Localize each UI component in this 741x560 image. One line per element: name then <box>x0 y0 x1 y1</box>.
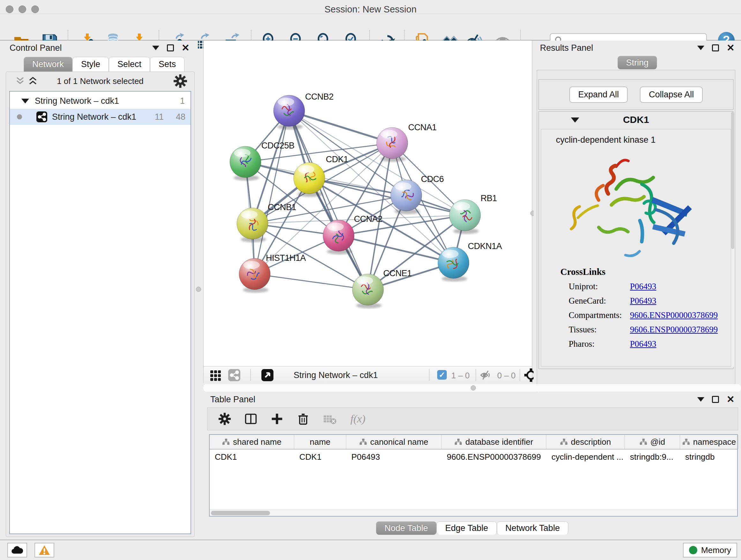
control-panel-title: Control Panel <box>10 43 62 53</box>
horizontal-splitter-handle[interactable] <box>471 385 476 390</box>
column-header-label: @id <box>650 437 665 447</box>
tab-sets[interactable]: Sets <box>150 57 185 71</box>
crosslink-link[interactable]: P06493 <box>630 296 657 306</box>
collapse-all-button[interactable]: Collapse All <box>640 86 703 103</box>
expand-all-button[interactable]: Expand All <box>569 86 628 103</box>
node-label: CDC25B <box>261 141 294 150</box>
memory-status-dot-icon <box>689 546 697 554</box>
network-collection-label: String Network – cdk1 <box>35 96 119 106</box>
panel-collapse-icon[interactable] <box>697 46 704 50</box>
network-selection-status: 1 of 1 Network selected <box>6 76 194 86</box>
network-graph[interactable]: CCNB2CCNA1CDC25BCDK1CDC6RB1CCNB1CCNA2CDK… <box>204 41 532 366</box>
network-edge[interactable] <box>339 236 454 263</box>
column-header-shared-name[interactable]: shared name <box>210 435 294 449</box>
panel-float-icon[interactable] <box>712 44 719 51</box>
main-toolbar: ? <box>0 14 741 41</box>
network-row-selected[interactable]: String Network – cdk1 11 48 <box>10 109 191 125</box>
panel-close-icon[interactable]: ✕ <box>727 396 735 403</box>
tab-string[interactable]: String <box>617 56 657 69</box>
cloud-button[interactable] <box>7 543 27 557</box>
table-panel: Table Panel ✕ <box>203 392 741 540</box>
network-node-hist1h1a[interactable]: HIST1H1A <box>239 253 306 293</box>
network-canvas-area[interactable]: CCNB2CCNA1CDC25BCDK1CDC6RB1CCNB1CCNA2CDK… <box>203 41 532 383</box>
network-options-gear-icon[interactable] <box>173 74 187 88</box>
gene-description: cyclin-dependent kinase 1 <box>556 135 656 145</box>
network-tab-body: 1 of 1 Network selected String Network –… <box>6 71 195 537</box>
warning-icon <box>38 545 51 556</box>
crosslink-label: Tissues: <box>569 325 630 334</box>
horizontal-splitter[interactable] <box>203 384 741 392</box>
network-view-mode-icon[interactable] <box>228 369 241 381</box>
column-header-description[interactable]: description <box>546 435 625 449</box>
tab-network[interactable]: Network <box>23 57 72 71</box>
tab-network-table[interactable]: Network Table <box>497 521 569 535</box>
toolbar-separator <box>475 369 476 381</box>
results-scrollbar-thumb[interactable] <box>731 112 734 249</box>
current-network-dot-icon <box>17 114 22 119</box>
crosslink-row: Uniprot:P06493 <box>541 282 731 292</box>
table-hscrollbar-track[interactable] <box>210 509 737 516</box>
vertical-splitter-handle[interactable] <box>196 287 201 292</box>
network-edge[interactable] <box>289 111 368 290</box>
column-header-name[interactable]: name <box>294 435 346 449</box>
table-options-gear-icon[interactable] <box>218 413 231 425</box>
panel-collapse-icon[interactable] <box>697 397 704 401</box>
network-edge[interactable] <box>246 162 406 195</box>
toolbar-separator <box>429 369 429 381</box>
tree-expander-icon[interactable] <box>21 99 29 104</box>
network-edge[interactable] <box>289 111 392 143</box>
toolbar-separator <box>250 369 251 381</box>
table-row[interactable]: CDK1CDK1P064939606.ENSP00000378699cyclin… <box>210 449 737 464</box>
panel-float-icon[interactable] <box>712 396 719 403</box>
crosslink-label: GeneCard: <box>569 296 630 306</box>
delete-column-icon[interactable] <box>297 413 310 425</box>
crosslink-link[interactable]: 9606.ENSP00000378699 <box>630 325 718 334</box>
network-node-cdkn1a[interactable]: CDKN1A <box>438 241 502 282</box>
network-edge[interactable] <box>289 111 465 215</box>
warnings-button[interactable] <box>35 543 54 557</box>
network-selection-bar: 1 of 1 Network selected <box>6 72 194 90</box>
gene-section: CDK1 cyclin-dependent kinase 1 <box>538 111 734 369</box>
gene-section-header[interactable]: CDK1 <box>539 112 733 128</box>
tab-style[interactable]: Style <box>72 57 109 71</box>
tab-edge-table[interactable]: Edge Table <box>436 521 497 535</box>
panel-collapse-icon[interactable] <box>152 46 159 50</box>
crosslink-label: Compartments: <box>569 310 630 320</box>
selected-checkbox-icon[interactable]: ✓ <box>437 370 447 380</box>
node-label: CCNB2 <box>305 92 333 102</box>
expand-collapse-bar: Expand All Collapse All <box>538 79 734 110</box>
column-header-database-identifier[interactable]: database identifier <box>442 435 546 449</box>
network-edge[interactable] <box>255 274 368 290</box>
column-header-namespace[interactable]: namespace <box>680 435 738 449</box>
node-label: CCNA2 <box>354 214 382 224</box>
crosslink-link[interactable]: P06493 <box>630 339 657 349</box>
table-type-tabs: Node TableEdge TableNetwork Table <box>203 521 741 535</box>
add-column-icon[interactable] <box>271 413 283 425</box>
node-gloss-highlight <box>298 165 314 173</box>
column-header-id[interactable]: @id <box>625 435 680 449</box>
tab-node-table[interactable]: Node Table <box>376 521 436 535</box>
network-collection-row[interactable]: String Network – cdk1 1 <box>10 93 191 109</box>
column-header-canonical-name[interactable]: canonical name <box>346 435 442 449</box>
crosslink-link[interactable]: 9606.ENSP00000378699 <box>630 310 718 320</box>
column-header-label: name <box>310 437 330 447</box>
grid-view-icon[interactable] <box>209 369 222 381</box>
table-cell: cyclin-dependent ... <box>546 449 625 464</box>
panel-float-icon[interactable] <box>167 44 174 51</box>
network-node-rb1[interactable]: RB1 <box>449 193 497 234</box>
show-columns-icon[interactable] <box>245 413 257 425</box>
node-label: CCNE1 <box>383 268 412 278</box>
network-node-ccna1[interactable]: CCNA1 <box>377 123 436 162</box>
table-hscrollbar-thumb[interactable] <box>211 511 270 515</box>
crosslink-row: Compartments:9606.ENSP00000378699 <box>541 310 731 320</box>
panel-close-icon[interactable]: ✕ <box>727 44 735 51</box>
column-type-icon <box>682 438 690 445</box>
crosslink-row: Pharos:P06493 <box>541 339 731 349</box>
column-header-label: shared name <box>233 437 281 447</box>
panel-close-icon[interactable]: ✕ <box>182 44 190 51</box>
memory-button[interactable]: Memory <box>683 543 737 557</box>
crosslink-link[interactable]: P06493 <box>630 282 657 292</box>
tab-select[interactable]: Select <box>109 57 150 71</box>
detach-view-icon[interactable] <box>261 369 274 381</box>
crosslinks-section: CrossLinks Uniprot:P06493GeneCard:P06493… <box>541 266 731 349</box>
